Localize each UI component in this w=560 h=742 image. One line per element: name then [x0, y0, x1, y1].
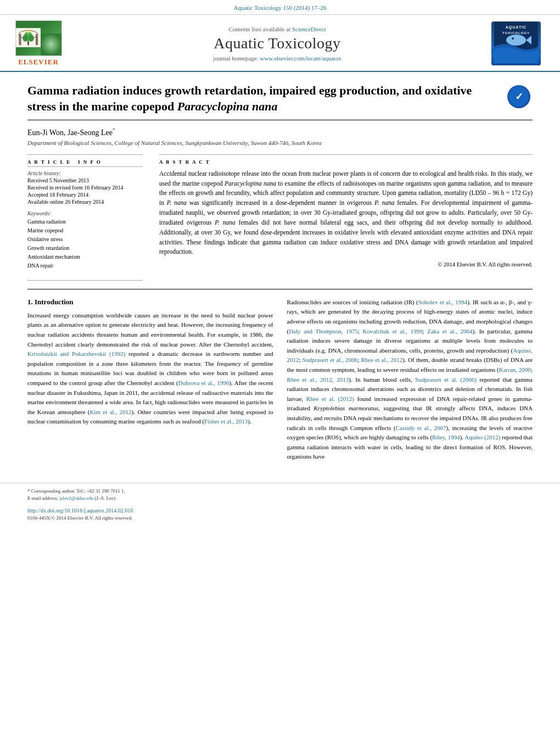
sciencedirect-link[interactable]: ScienceDirect	[292, 26, 326, 32]
keyword-item: Antioxidant mechanism	[27, 253, 143, 261]
ref-link[interactable]: Riley, 1994	[432, 434, 460, 440]
article-history-label: Article history:	[27, 170, 143, 176]
copyright: © 2014 Elsevier B.V. All rights reserved…	[159, 261, 533, 267]
journal-title: Aquatic Toxicology	[77, 35, 478, 52]
ref-link[interactable]: Krivolutzkii and Pokarzhevskii (1992)	[27, 350, 125, 357]
svg-point-7	[29, 35, 34, 42]
article-title: Gamma radiation induces growth retardati…	[27, 83, 505, 114]
body-columns: 1. Introduction Increased energy consump…	[27, 298, 533, 466]
header-section: ELSEVIER Contents lists available at Sci…	[0, 15, 560, 72]
body-paragraph: Radionuclides are sources of ionizing ra…	[287, 298, 533, 462]
keywords-list: Gamma radiationMarine copepodOxidative s…	[27, 217, 143, 270]
svg-point-12	[506, 35, 526, 46]
ref-link[interactable]: Sudprasert et al., 2006	[303, 356, 357, 363]
keyword-item: DNA repair	[27, 261, 143, 270]
ref-link[interactable]: Aquino (2012)	[464, 434, 500, 440]
main-content: Gamma radiation induces growth retardati…	[0, 72, 560, 477]
svg-point-14	[512, 37, 514, 40]
ref-link[interactable]: Dubrova et al., 1996	[178, 380, 229, 386]
elsevier-logo: ELSEVIER	[11, 20, 66, 66]
author-affiliation: Department of Biological Sciences, Colle…	[27, 140, 533, 146]
keyword-item: Growth retardation	[27, 244, 143, 253]
keyword-item: Marine copepod	[27, 226, 143, 235]
issn: 0166-445X/© 2014 Elsevier B.V. All right…	[27, 515, 533, 522]
keyword-item: Gamma radiation	[27, 217, 143, 226]
keywords-label: Keywords:	[27, 210, 143, 216]
ref-link[interactable]: Rhee et al., 2012, 2013	[287, 376, 349, 383]
aquatic-logo-box: AQUATIC TOXICOLOGY	[491, 21, 541, 65]
article-info-box: A R T I C L E I N F O Article history: R…	[27, 154, 143, 281]
ref-link[interactable]: Sudprasert et al. (2006)	[415, 376, 477, 383]
abstract-header: A B S T R A C T	[159, 159, 533, 165]
section-divider	[27, 289, 533, 289]
available-date: Available online 26 February 2014	[27, 199, 143, 205]
ref-link[interactable]: Cassidy et al., 2007	[396, 425, 446, 431]
ref-link[interactable]: Kim et al., 2012	[89, 409, 131, 415]
svg-text:AQUATIC: AQUATIC	[506, 25, 527, 30]
left-body-text: Increased energy consumption worldwide c…	[27, 311, 273, 427]
ref-link[interactable]: Kovalchuk et al., 1999	[363, 328, 423, 334]
abstract-section: A B S T R A C T Accidental nuclear radio…	[159, 154, 533, 267]
svg-rect-8	[27, 41, 29, 45]
ref-link[interactable]: Karran, 2000	[499, 366, 531, 373]
crossmark[interactable]: ✓	[505, 83, 533, 110]
doi-link[interactable]: http://dx.doi.org/10.1016/j.aquatox.2014…	[27, 507, 133, 514]
journal-ref: Aquatic Toxicology 150 (2014) 17–26	[234, 4, 327, 11]
corresponding-author-note: * Corresponding author. Tel.: +82 31 290…	[27, 488, 533, 495]
ref-link[interactable]: Rhee et al., 2012	[361, 356, 402, 363]
svg-text:TOXICOLOGY: TOXICOLOGY	[502, 31, 530, 35]
keyword-item: Oxidative stress	[27, 235, 143, 244]
abstract-text: Accidental nuclear radioisotope release …	[159, 169, 533, 257]
contents-line: Contents lists available at ScienceDirec…	[77, 26, 478, 32]
right-body-text: Radionuclides are sources of ionizing ra…	[287, 298, 533, 462]
svg-point-6	[23, 35, 28, 42]
article-history-section: A R T I C L E I N F O Article history: R…	[27, 159, 143, 205]
header-center: Contents lists available at ScienceDirec…	[66, 26, 489, 62]
top-bar: Aquatic Toxicology 150 (2014) 17–26	[0, 0, 560, 15]
right-column: A B S T R A C T Accidental nuclear radio…	[159, 154, 533, 281]
ref-link[interactable]: Fisher et al., 2013	[204, 418, 248, 425]
left-column: A R T I C L E I N F O Article history: R…	[27, 154, 143, 281]
crossmark-logo: ✓	[507, 85, 530, 108]
article-title-text: Gamma radiation induces growth retardati…	[27, 83, 494, 114]
page: Aquatic Toxicology 150 (2014) 17–26	[0, 0, 560, 742]
aquatic-logo: AQUATIC TOXICOLOGY	[489, 21, 544, 65]
article-info-header: A R T I C L E I N F O	[27, 159, 143, 167]
keywords-section: Keywords: Gamma radiationMarine copepodO…	[27, 210, 143, 270]
article-body-columns: A R T I C L E I N F O Article history: R…	[27, 154, 533, 281]
email-link[interactable]: jslee2@skku.edu	[59, 495, 93, 501]
homepage-link[interactable]: www.elsevier.com/locate/aquatox	[260, 55, 341, 62]
elsevier-text: ELSEVIER	[18, 58, 59, 66]
accepted-date: Accepted 18 February 2014	[27, 192, 143, 198]
authors: Eun-Ji Won, Jae-Seong Lee*	[27, 127, 533, 137]
svg-text:✓: ✓	[515, 91, 523, 102]
journal-homepage: journal homepage: www.elsevier.com/locat…	[77, 55, 478, 62]
page-footer: * Corresponding author. Tel.: +82 31 290…	[0, 483, 560, 527]
body-paragraph: Increased energy consumption worldwide c…	[27, 311, 273, 427]
received-revised-date: Received in revised form 16 February 201…	[27, 185, 143, 191]
ref-link[interactable]: Daly and Thompson, 1975	[289, 328, 358, 334]
email-note: E-mail address: jslee2@skku.edu (J.-S. L…	[27, 495, 533, 503]
svg-point-9	[27, 30, 29, 33]
received-date: Received 5 November 2013	[27, 177, 143, 183]
body-right-col: Radionuclides are sources of ionizing ra…	[287, 298, 533, 466]
article-title-section: Gamma radiation induces growth retardati…	[27, 83, 533, 120]
intro-heading: 1. Introduction	[27, 298, 273, 306]
body-left-col: 1. Introduction Increased energy consump…	[27, 298, 273, 466]
ref-link[interactable]: Rhee et al. (2012)	[306, 395, 354, 402]
ref-link[interactable]: Sobolev et al., 1994	[418, 299, 468, 305]
ref-link[interactable]: Zaka et al., 2004	[427, 328, 472, 334]
elsevier-logo-image	[15, 20, 62, 56]
